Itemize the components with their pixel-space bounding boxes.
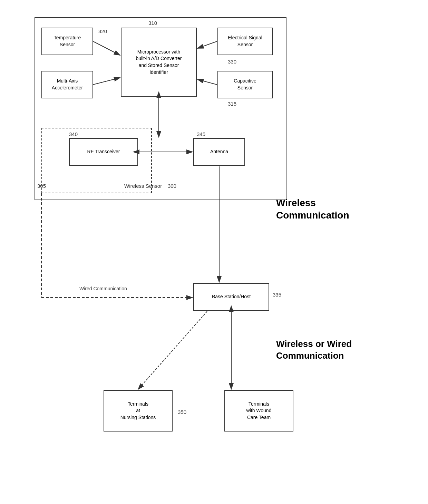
- ref-305: 305: [37, 183, 46, 189]
- rf-transceiver-label: RF Transceiver: [87, 148, 120, 155]
- terminals-wound-label: Terminals with Wound Care Team: [246, 401, 272, 421]
- multiaxis-box: Multi-Axis Accelerometer: [41, 71, 93, 98]
- elec-signal-label: Electrical Signal Sensor: [228, 35, 262, 48]
- base-station-label: Base Station/Host: [212, 293, 251, 300]
- elec-signal-box: Electrical Signal Sensor: [217, 28, 273, 55]
- terminals-wound-box: Terminals with Wound Care Team: [224, 390, 293, 432]
- ref-310: 310: [148, 20, 157, 26]
- microprocessor-box: Microprocessor with built-in A/D Convert…: [121, 28, 197, 97]
- ref-320: 320: [98, 28, 107, 34]
- base-station-box: Base Station/Host: [193, 283, 269, 311]
- ref-335: 335: [273, 292, 281, 298]
- wireless-or-wired-label: Wireless or WiredCommunication: [276, 338, 393, 362]
- ref-350: 350: [178, 409, 186, 415]
- ref-315: 315: [228, 101, 236, 107]
- ref-345: 345: [197, 131, 205, 137]
- wireless-sensor-text: Wireless Sensor: [124, 183, 162, 189]
- capacitive-label: Capacitive Sensor: [234, 78, 256, 91]
- capacitive-box: Capacitive Sensor: [217, 71, 273, 98]
- antenna-label: Antenna: [210, 148, 228, 155]
- wireless-communication-label: WirelessCommunication: [276, 197, 387, 222]
- antenna-box: Antenna: [193, 138, 245, 166]
- multiaxis-label: Multi-Axis Accelerometer: [52, 78, 83, 91]
- temp-sensor-box: Temperature Sensor: [41, 28, 93, 55]
- ref-300: 300: [168, 183, 176, 189]
- svg-line-13: [138, 311, 207, 389]
- terminals-nursing-label: Terminals at Nursing Stations: [120, 401, 156, 421]
- diagram-container: Temperature Sensor Multi-Axis Accelerome…: [24, 10, 404, 494]
- ref-330: 330: [228, 59, 236, 65]
- microprocessor-label: Microprocessor with built-in A/D Convert…: [136, 49, 182, 76]
- wireless-sensor-label: Wireless Sensor 300: [124, 183, 176, 189]
- wired-communication-label: Wired Communication: [79, 286, 127, 291]
- rf-transceiver-box: RF Transceiver: [69, 138, 138, 166]
- temp-sensor-label: Temperature Sensor: [54, 35, 81, 48]
- terminals-nursing-box: Terminals at Nursing Stations: [104, 390, 173, 432]
- ref-340: 340: [69, 131, 78, 137]
